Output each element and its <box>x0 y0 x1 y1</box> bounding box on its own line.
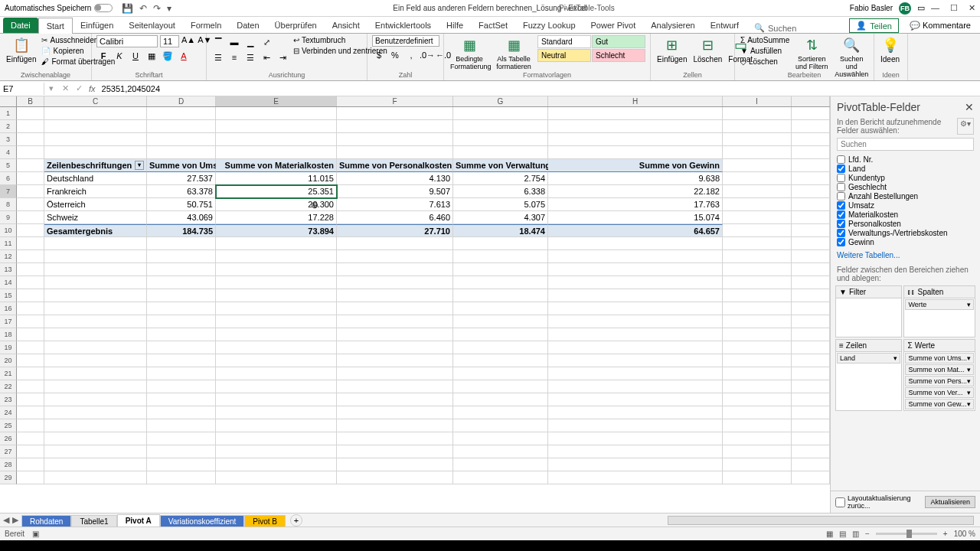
field-checkbox[interactable] <box>837 210 845 219</box>
font-size-input[interactable] <box>160 35 179 47</box>
align-middle-button[interactable]: ▬ <box>227 35 241 49</box>
border-button[interactable]: ▦ <box>145 49 158 63</box>
tab-home[interactable]: Start <box>38 18 73 34</box>
comma-button[interactable]: , <box>404 48 418 62</box>
tab-formulas[interactable]: Formeln <box>183 18 229 33</box>
fx-icon[interactable]: fx <box>86 84 99 93</box>
sheet-tab-pivot-a[interactable]: Pivot A <box>117 514 160 528</box>
style-schlecht[interactable]: Schlecht <box>592 49 645 62</box>
formula-bar[interactable] <box>99 83 980 95</box>
pane-close-icon[interactable]: ✕ <box>965 101 974 113</box>
view-normal-icon[interactable]: ▦ <box>826 530 833 538</box>
undo-icon[interactable]: ↶ <box>139 3 147 14</box>
record-macro-icon[interactable]: ▣ <box>32 530 39 538</box>
add-sheet-button[interactable]: + <box>290 514 302 527</box>
cancel-formula-icon[interactable]: ✕ <box>58 83 72 93</box>
select-all-corner[interactable] <box>0 96 17 106</box>
sheet-tab-tabelle1[interactable]: Tabelle1 <box>71 515 116 527</box>
sort-filter-button[interactable]: ⇅Sortieren und Filtern <box>793 35 830 72</box>
zoom-slider[interactable] <box>876 533 937 535</box>
field-checkbox[interactable] <box>837 155 845 164</box>
row-header[interactable]: 22 <box>0 380 17 393</box>
minimize-icon[interactable]: — <box>931 3 939 13</box>
field-item[interactable]: Gewinn <box>837 238 974 246</box>
row-header[interactable]: 20 <box>0 354 17 367</box>
field-search-input[interactable] <box>837 138 974 151</box>
field-checkbox[interactable] <box>837 174 845 182</box>
view-pagebreak-icon[interactable]: ▥ <box>852 530 859 538</box>
italic-button[interactable]: K <box>113 49 126 63</box>
zoom-out-button[interactable]: − <box>865 530 870 538</box>
field-item[interactable]: Geschlecht <box>837 183 974 191</box>
row-header[interactable]: 16 <box>0 302 17 315</box>
enter-formula-icon[interactable]: ✓ <box>72 83 86 93</box>
col-header[interactable]: E <box>216 96 337 106</box>
field-item[interactable]: Lfd. Nr. <box>837 155 974 164</box>
col-header[interactable]: C <box>44 96 147 106</box>
fill-color-button[interactable]: 🪣 <box>161 49 175 63</box>
percent-button[interactable]: % <box>388 48 402 62</box>
qat-dropdown-icon[interactable]: ▾ <box>167 3 172 14</box>
style-standard[interactable]: Standard <box>537 35 591 48</box>
tab-view[interactable]: Ansicht <box>325 18 368 33</box>
row-header[interactable]: 9 <box>0 211 17 224</box>
field-item[interactable]: Verwaltungs-/Vertriebskosten <box>837 229 974 237</box>
more-tables-link[interactable]: Weitere Tabellen... <box>831 248 980 262</box>
row-header[interactable]: 6 <box>0 172 17 185</box>
inc-decimal-button[interactable]: .0→ <box>420 48 434 62</box>
update-button[interactable]: Aktualisieren <box>925 496 975 508</box>
cell-styles-gallery[interactable]: Standard Gut Neutral Schlecht <box>537 35 645 62</box>
autosave-toggle[interactable] <box>94 4 113 12</box>
row-header[interactable]: 18 <box>0 328 17 341</box>
paste-button[interactable]: 📋 Einfügen <box>5 35 38 65</box>
tab-nav-prev[interactable]: ◀ <box>3 515 9 525</box>
zoom-in-button[interactable]: + <box>943 530 948 538</box>
name-box-dropdown[interactable]: ▾ <box>44 83 58 93</box>
row-header[interactable]: 19 <box>0 341 17 354</box>
bold-button[interactable]: F <box>96 49 110 63</box>
number-format-select[interactable] <box>372 35 439 47</box>
tab-insert[interactable]: Einfügen <box>73 18 121 33</box>
view-pagelayout-icon[interactable]: ▤ <box>839 530 846 538</box>
area-item[interactable]: Werte▾ <box>905 299 974 310</box>
align-center-button[interactable]: ≡ <box>227 51 241 64</box>
row-header[interactable]: 15 <box>0 289 17 302</box>
search-icon[interactable]: 🔍 <box>754 23 765 33</box>
field-checkbox[interactable] <box>837 220 845 228</box>
row-header[interactable]: 24 <box>0 406 17 419</box>
tab-file[interactable]: Datei <box>3 18 38 33</box>
tab-help[interactable]: Hilfe <box>439 18 471 33</box>
align-left-button[interactable]: ☰ <box>211 51 225 64</box>
area-item[interactable]: Summe von Ums...▾ <box>905 353 974 364</box>
row-header[interactable]: 4 <box>0 146 17 159</box>
field-checkbox[interactable] <box>837 229 845 237</box>
col-header[interactable]: B <box>17 96 44 106</box>
field-checkbox[interactable] <box>837 201 845 210</box>
redo-icon[interactable]: ↷ <box>153 3 161 14</box>
ideas-button[interactable]: 💡Ideen <box>879 35 901 65</box>
style-neutral[interactable]: Neutral <box>537 49 591 62</box>
row-header[interactable]: 28 <box>0 458 17 471</box>
row-header[interactable]: 27 <box>0 445 17 458</box>
field-item[interactable]: Materialkosten <box>837 210 974 219</box>
columns-area[interactable]: ⫾⫾Spalten Werte▾ <box>903 285 975 337</box>
tab-factset[interactable]: FactSet <box>471 18 515 33</box>
orientation-button[interactable]: ⤢ <box>260 35 273 49</box>
field-item[interactable]: Land <box>837 165 974 173</box>
row-header[interactable]: 21 <box>0 367 17 380</box>
row-header[interactable]: 29 <box>0 471 17 484</box>
currency-button[interactable]: $ <box>372 48 386 62</box>
col-header[interactable]: G <box>453 96 548 106</box>
fill-button[interactable]: ▼Ausfüllen <box>740 46 790 56</box>
tab-data[interactable]: Daten <box>229 18 266 33</box>
tab-pagelayout[interactable]: Seitenlayout <box>121 18 183 33</box>
field-checkbox[interactable] <box>837 192 845 201</box>
col-header[interactable]: I <box>723 96 792 106</box>
grow-font-button[interactable]: A▲ <box>181 35 195 47</box>
row-header[interactable]: 12 <box>0 250 17 263</box>
underline-button[interactable]: U <box>129 49 142 63</box>
tab-powerpivot[interactable]: Power Pivot <box>583 18 644 33</box>
row-header[interactable]: 1 <box>0 107 17 120</box>
row-header[interactable]: 25 <box>0 419 17 432</box>
row-header[interactable]: 23 <box>0 393 17 406</box>
